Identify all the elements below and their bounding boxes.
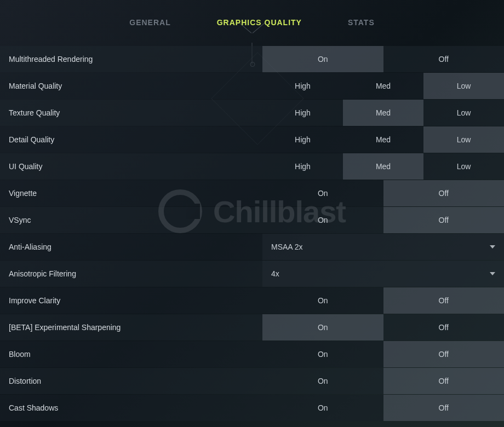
setting-label: Material Quality (0, 73, 262, 99)
option-off[interactable]: Off (383, 395, 505, 421)
chevron-down-icon (490, 272, 495, 275)
anisotropic-filtering-dropdown[interactable]: 4x (262, 261, 504, 287)
option-low[interactable]: Low (423, 153, 504, 180)
setting-row-material-quality: Material QualityHighMedLow (0, 73, 504, 99)
option-low[interactable]: Low (423, 73, 504, 99)
option-med[interactable]: Med (343, 100, 423, 126)
option-med[interactable]: Med (343, 73, 423, 99)
setting-label: Improve Clarity (0, 287, 262, 314)
tab-graphics-quality[interactable]: GRAPHICS QUALITY (210, 14, 308, 31)
option-off[interactable]: Off (383, 368, 505, 394)
option-off[interactable]: Off (383, 180, 505, 206)
setting-row-vsync: VSyncOnOff (0, 207, 504, 233)
option-high[interactable]: High (262, 100, 343, 126)
option-off[interactable]: Off (383, 207, 505, 233)
setting-row-ui-quality: UI QualityHighMedLow (0, 153, 504, 180)
option-high[interactable]: High (262, 73, 343, 99)
setting-row-improve-clarity: Improve ClarityOnOff (0, 287, 504, 314)
option-group: OnOff (262, 180, 504, 206)
setting-label: Bloom (0, 341, 262, 367)
option-group: OnOff (262, 395, 504, 421)
setting-row-cast-shadows: Cast ShadowsOnOff (0, 395, 504, 421)
option-on[interactable]: On (262, 46, 383, 72)
option-off[interactable]: Off (383, 314, 505, 341)
option-group: OnOff (262, 368, 504, 394)
option-off[interactable]: Off (383, 341, 505, 367)
option-on[interactable]: On (262, 287, 383, 314)
setting-row-beta-sharpening: [BETA] Experimental SharpeningOnOff (0, 314, 504, 341)
option-on[interactable]: On (262, 395, 383, 421)
setting-label: Anisotropic Filtering (0, 261, 262, 287)
option-med[interactable]: Med (343, 153, 423, 180)
setting-row-anisotropic-filtering: Anisotropic Filtering4x (0, 261, 504, 287)
setting-label: Cast Shadows (0, 395, 262, 421)
option-on[interactable]: On (262, 180, 383, 206)
option-on[interactable]: On (262, 368, 383, 394)
option-high[interactable]: High (262, 153, 343, 180)
option-group: HighMedLow (262, 73, 504, 99)
option-group: OnOff (262, 287, 504, 314)
setting-label: Multithreaded Rendering (0, 46, 262, 72)
setting-row-vignette: VignetteOnOff (0, 180, 504, 206)
setting-label: Detail Quality (0, 126, 262, 153)
tab-general[interactable]: GENERAL (123, 14, 177, 31)
option-group: HighMedLow (262, 100, 504, 126)
setting-label: VSync (0, 207, 262, 233)
setting-row-texture-quality: Texture QualityHighMedLow (0, 100, 504, 126)
option-high[interactable]: High (262, 126, 343, 153)
setting-label: UI Quality (0, 153, 262, 180)
setting-row-detail-quality: Detail QualityHighMedLow (0, 126, 504, 153)
setting-label: Texture Quality (0, 100, 262, 126)
option-group: OnOff (262, 46, 504, 72)
option-on[interactable]: On (262, 314, 383, 341)
chevron-down-icon (490, 245, 495, 249)
option-low[interactable]: Low (423, 100, 504, 126)
setting-label: Anti-Aliasing (0, 234, 262, 260)
tab-stats[interactable]: STATS (341, 14, 381, 31)
option-med[interactable]: Med (343, 126, 423, 153)
setting-label: Vignette (0, 180, 262, 206)
settings-list: Multithreaded RenderingOnOffMaterial Qua… (0, 46, 504, 421)
option-low[interactable]: Low (423, 126, 504, 153)
setting-label: Distortion (0, 368, 262, 394)
option-group: HighMedLow (262, 153, 504, 180)
option-group: OnOff (262, 341, 504, 367)
setting-label: [BETA] Experimental Sharpening (0, 314, 262, 341)
setting-row-bloom: BloomOnOff (0, 341, 504, 367)
tabs-bar: GENERAL GRAPHICS QUALITY STATS (0, 7, 504, 38)
anti-aliasing-dropdown[interactable]: MSAA 2x (262, 234, 504, 260)
setting-row-multithreaded-rendering: Multithreaded RenderingOnOff (0, 46, 504, 72)
option-off[interactable]: Off (383, 46, 505, 72)
option-off[interactable]: Off (383, 287, 505, 314)
option-on[interactable]: On (262, 207, 383, 233)
option-group: OnOff (262, 207, 504, 233)
option-on[interactable]: On (262, 341, 383, 367)
setting-row-distortion: DistortionOnOff (0, 368, 504, 394)
setting-row-anti-aliasing: Anti-AliasingMSAA 2x (0, 234, 504, 260)
option-group: OnOff (262, 314, 504, 341)
option-group: HighMedLow (262, 126, 504, 153)
